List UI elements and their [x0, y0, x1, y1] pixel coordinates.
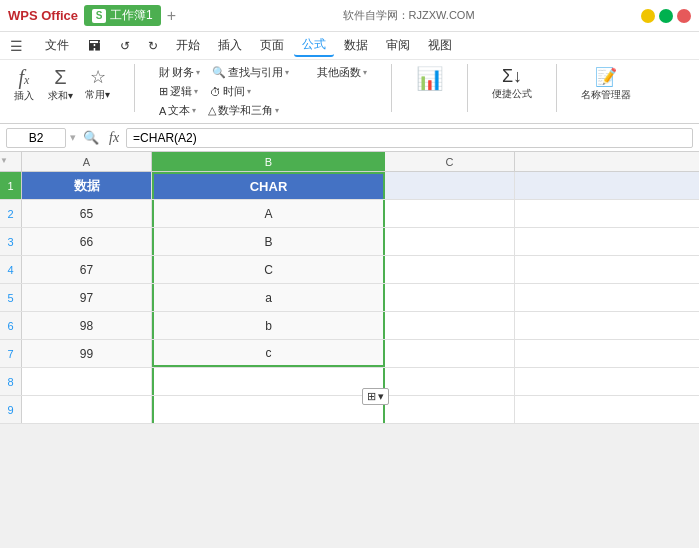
- cell-b7[interactable]: c: [152, 340, 385, 367]
- spreadsheet: ▼ A B C 1 数据 CHAR 2 65 A 3 66 B 4 67 C 5…: [0, 152, 699, 424]
- insert-function-label: 插入: [14, 89, 34, 103]
- cell-c5[interactable]: [385, 284, 515, 311]
- formula-input[interactable]: [126, 128, 693, 148]
- cell-b1[interactable]: CHAR: [152, 172, 385, 199]
- cell-b2[interactable]: A: [152, 200, 385, 227]
- math-icon: △: [208, 104, 216, 117]
- cell-a6[interactable]: 98: [22, 312, 152, 339]
- cell-b6[interactable]: b: [152, 312, 385, 339]
- cell-c3[interactable]: [385, 228, 515, 255]
- cell-b4[interactable]: C: [152, 256, 385, 283]
- row-num-7: 7: [0, 340, 22, 367]
- text-dropdown: ▾: [192, 106, 196, 115]
- ribbon-row-1: 財 财务 ▾ 🔍 查找与引用 ▾: [155, 64, 293, 81]
- finance-dropdown: ▾: [196, 68, 200, 77]
- table-row: 4 67 C: [0, 256, 699, 284]
- menu-data[interactable]: 数据: [336, 35, 376, 56]
- cell-c6[interactable]: [385, 312, 515, 339]
- sum-btn[interactable]: Σ 求和▾: [44, 64, 77, 105]
- col-header-c[interactable]: C: [385, 152, 515, 171]
- logic-btn[interactable]: ⊞ 逻辑 ▾: [155, 83, 202, 100]
- title-bar-left: WPS Office S 工作簿1 +: [8, 5, 176, 26]
- cell-c4[interactable]: [385, 256, 515, 283]
- col-header-b[interactable]: B: [152, 152, 385, 171]
- toolbar-icons: ☰: [6, 36, 27, 56]
- paste-icon: ⊞: [367, 390, 376, 403]
- menu-home[interactable]: 开始: [168, 35, 208, 56]
- menu-review[interactable]: 审阅: [378, 35, 418, 56]
- cell-c8[interactable]: [385, 368, 515, 395]
- maximize-btn[interactable]: [659, 9, 673, 23]
- row-num-2: 2: [0, 200, 22, 227]
- fx-icon: fx: [19, 66, 30, 89]
- sep2: [391, 64, 392, 112]
- cell-a5[interactable]: 97: [22, 284, 152, 311]
- add-tab-btn[interactable]: +: [167, 7, 176, 25]
- toolbar-area: ☰ 文件 🖬 ↺ ↻ 开始 插入 页面 公式 数据 审阅 视图 fx 插入 Σ …: [0, 32, 699, 124]
- cell-c9[interactable]: [385, 396, 515, 423]
- menu-insert[interactable]: 插入: [210, 35, 250, 56]
- cell-reference[interactable]: [6, 128, 66, 148]
- cell-a7[interactable]: 99: [22, 340, 152, 367]
- time-btn[interactable]: ⏱ 时间 ▾: [206, 83, 255, 100]
- cell-a2[interactable]: 65: [22, 200, 152, 227]
- other-func-btn[interactable]: 其他函数 ▾: [313, 64, 371, 81]
- cell-b3[interactable]: B: [152, 228, 385, 255]
- chart-btn[interactable]: 📊: [412, 64, 447, 94]
- cell-a4[interactable]: 67: [22, 256, 152, 283]
- name-manager-btn[interactable]: 📝 名称管理器: [577, 64, 635, 104]
- cell-b9[interactable]: [152, 396, 385, 423]
- math-btn[interactable]: △ 数学和三角 ▾: [204, 102, 283, 119]
- cell-a8[interactable]: [22, 368, 152, 395]
- quick-formula-label: 便捷公式: [492, 87, 532, 101]
- table-row: 3 66 B: [0, 228, 699, 256]
- cell-b5[interactable]: a: [152, 284, 385, 311]
- cell-c7[interactable]: [385, 340, 515, 367]
- ribbon-group-6: 📝 名称管理器: [577, 64, 635, 104]
- quick-formula-btn[interactable]: Σ↓ 便捷公式: [488, 64, 536, 103]
- row-num-6: 6: [0, 312, 22, 339]
- paste-options-btn[interactable]: ⊞ ▾: [362, 388, 389, 405]
- menu-page[interactable]: 页面: [252, 35, 292, 56]
- time-dropdown: ▾: [247, 87, 251, 96]
- minimize-btn[interactable]: [641, 9, 655, 23]
- common-btn[interactable]: ☆ 常用▾: [81, 64, 114, 104]
- finance-btn[interactable]: 財 财务 ▾: [155, 64, 204, 81]
- website-label: 软件自学网：RJZXW.COM: [184, 8, 633, 23]
- formula-search-icon[interactable]: 🔍: [80, 129, 102, 146]
- cell-a3[interactable]: 66: [22, 228, 152, 255]
- text-icon: A: [159, 105, 166, 117]
- insert-function-btn[interactable]: fx 插入: [8, 64, 40, 105]
- tab-label: 工作簿1: [110, 7, 153, 24]
- menu-file[interactable]: 文件: [37, 35, 77, 56]
- row-num-4: 4: [0, 256, 22, 283]
- finance-icon: 財: [159, 65, 170, 80]
- formula-fx-icon[interactable]: fx: [106, 129, 122, 147]
- table-row: 6 98 b: [0, 312, 699, 340]
- cell-a1[interactable]: 数据: [22, 172, 152, 199]
- cell-a9[interactable]: [22, 396, 152, 423]
- menu-icon-redo[interactable]: ↻: [140, 37, 166, 55]
- lookup-btn[interactable]: 🔍 查找与引用 ▾: [208, 64, 293, 81]
- cell-b8[interactable]: ⊞ ▾: [152, 368, 385, 395]
- cell-c1[interactable]: [385, 172, 515, 199]
- menu-view[interactable]: 视图: [420, 35, 460, 56]
- close-btn[interactable]: [677, 9, 691, 23]
- s-icon: S: [92, 9, 106, 23]
- menu-icon[interactable]: ☰: [6, 36, 27, 56]
- lookup-dropdown: ▾: [285, 68, 289, 77]
- ribbon: fx 插入 Σ 求和▾ ☆ 常用▾ 財 财务 ▾ 🔍: [0, 60, 699, 123]
- other-func-label: 其他函数: [317, 65, 361, 80]
- cell-c2[interactable]: [385, 200, 515, 227]
- col-header-a[interactable]: A: [22, 152, 152, 171]
- menu-icon-save[interactable]: 🖬: [79, 35, 110, 56]
- ribbon-group-1: fx 插入 Σ 求和▾ ☆ 常用▾: [8, 64, 114, 105]
- workbook-tab[interactable]: S 工作簿1: [84, 5, 161, 26]
- ribbon-row-3: A 文本 ▾ △ 数学和三角 ▾: [155, 102, 293, 119]
- column-headers: ▼ A B C: [0, 152, 699, 172]
- name-manager-label: 名称管理器: [581, 88, 631, 102]
- text-btn[interactable]: A 文本 ▾: [155, 102, 200, 119]
- menu-icon-undo[interactable]: ↺: [112, 37, 138, 55]
- menu-formula[interactable]: 公式: [294, 34, 334, 57]
- paste-dropdown-arrow: ▾: [378, 390, 384, 403]
